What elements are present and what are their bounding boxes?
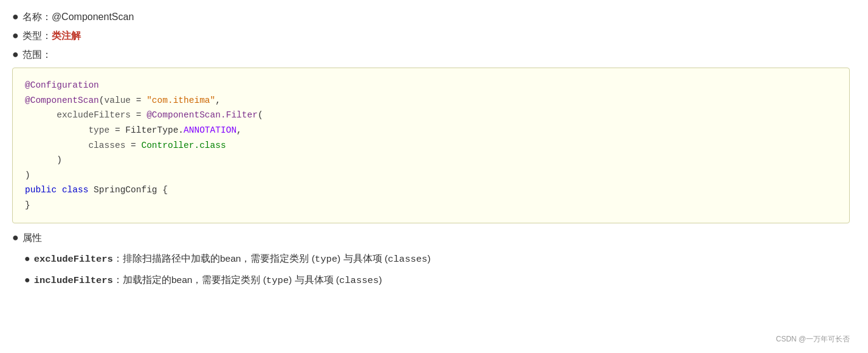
name-row: ● 名称： @ComponentScan <box>12 11 850 24</box>
attr-include-text: includeFilters：加载指定的bean，需要指定类别 (type) 与… <box>34 273 382 288</box>
attr-exclude-text: excludeFilters：排除扫描路径中加载的bean，需要指定类别 (ty… <box>34 251 431 267</box>
code-block: @Configuration @ComponentScan(value = "c… <box>12 68 850 223</box>
attr-exclude-name: excludeFilters <box>34 254 113 265</box>
bullet-type: ● <box>12 30 19 41</box>
attr-item-exclude: ● excludeFilters：排除扫描路径中加载的bean，需要指定类别 (… <box>24 251 850 267</box>
name-label: 名称： <box>22 11 52 24</box>
example-row: ● 范围： <box>12 49 850 61</box>
attributes-section: ● excludeFilters：排除扫描路径中加载的bean，需要指定类别 (… <box>12 251 850 288</box>
type-value: 类注解 <box>52 30 81 43</box>
type-label: 类型： <box>22 30 52 43</box>
attr-include-name: includeFilters <box>34 275 113 286</box>
code-annotation-main: @ComponentScan <box>25 96 99 105</box>
bullet-name: ● <box>12 11 19 22</box>
attr-exclude-desc: ：排除扫描路径中加载的bean，需要指定类别 (type) 与具体项 (clas… <box>113 253 430 264</box>
properties-label: 属性 <box>22 232 42 245</box>
bullet-include: ● <box>24 272 30 288</box>
bullet-exclude: ● <box>24 251 30 267</box>
bullet-example: ● <box>12 49 19 60</box>
csdn-credit: CSDN @一万年可长否 <box>776 334 850 344</box>
type-row: ● 类型： 类注解 <box>12 30 850 43</box>
bullet-properties: ● <box>12 232 19 243</box>
attr-include-desc: ：加载指定的bean，需要指定类别 (type) 与具体项 (classes) <box>113 274 382 285</box>
code-line1: @Configuration <box>25 80 99 90</box>
properties-row: ● 属性 <box>12 232 850 245</box>
name-value: @ComponentScan <box>52 12 134 23</box>
example-label: 范围： <box>22 49 52 61</box>
attr-item-include: ● includeFilters：加载指定的bean，需要指定类别 (type)… <box>24 272 850 288</box>
